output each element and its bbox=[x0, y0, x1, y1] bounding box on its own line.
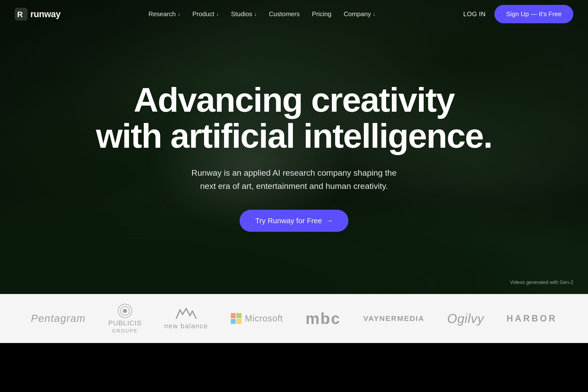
nav-company[interactable]: Company ↓ bbox=[339, 7, 380, 21]
nav-research[interactable]: Research ↓ bbox=[144, 7, 185, 21]
svg-text:R: R bbox=[17, 10, 23, 19]
logos-bar: Pentagram PUBLICIS GROUPE new balance bbox=[0, 294, 588, 343]
mbc-logo: mbc bbox=[306, 310, 341, 328]
nav-logo[interactable]: R runway bbox=[15, 8, 60, 20]
nav-product[interactable]: Product ↓ bbox=[188, 7, 224, 21]
pentagram-logo: Pentagram bbox=[31, 312, 86, 324]
company-chevron-icon: ↓ bbox=[373, 11, 375, 17]
arrow-right-icon: → bbox=[326, 217, 333, 225]
hero-caption: Videos generated with Gen-2 bbox=[510, 280, 573, 285]
navbar: R runway Research ↓ Product ↓ Studios ↓ … bbox=[0, 0, 588, 28]
product-chevron-icon: ↓ bbox=[216, 11, 219, 17]
publicis-logo: PUBLICIS GROUPE bbox=[108, 304, 142, 334]
nav-right: LOG IN Sign Up — It's Free bbox=[463, 5, 573, 23]
hero-subtitle: Runway is an applied AI research company… bbox=[191, 166, 396, 193]
new-balance-logo: new balance bbox=[164, 307, 208, 330]
nav-customers[interactable]: Customers bbox=[264, 7, 305, 21]
nav-links: Research ↓ Product ↓ Studios ↓ Customers… bbox=[144, 7, 380, 21]
nav-pricing[interactable]: Pricing bbox=[307, 7, 336, 21]
hero-title: Advancing creativity with artificial int… bbox=[96, 82, 492, 154]
microsoft-logo: Microsoft bbox=[231, 313, 283, 324]
hero-section: Advancing creativity with artificial int… bbox=[0, 0, 588, 294]
login-link[interactable]: LOG IN bbox=[463, 10, 486, 18]
microsoft-grid-icon bbox=[231, 313, 242, 324]
studios-chevron-icon: ↓ bbox=[254, 11, 257, 17]
vayner-media-logo: VAYNERMEDIA bbox=[363, 314, 424, 323]
ogilvy-logo: Ogilvy bbox=[447, 311, 484, 326]
signup-button[interactable]: Sign Up — It's Free bbox=[494, 5, 573, 23]
harbor-logo: HARBOR bbox=[507, 313, 557, 324]
logo-wordmark: runway bbox=[30, 9, 60, 19]
hero-content: Advancing creativity with artificial int… bbox=[0, 0, 588, 294]
svg-point-4 bbox=[123, 309, 127, 313]
hero-cta-button[interactable]: Try Runway for Free → bbox=[240, 210, 348, 232]
nav-studios[interactable]: Studios ↓ bbox=[226, 7, 262, 21]
research-chevron-icon: ↓ bbox=[178, 11, 180, 17]
